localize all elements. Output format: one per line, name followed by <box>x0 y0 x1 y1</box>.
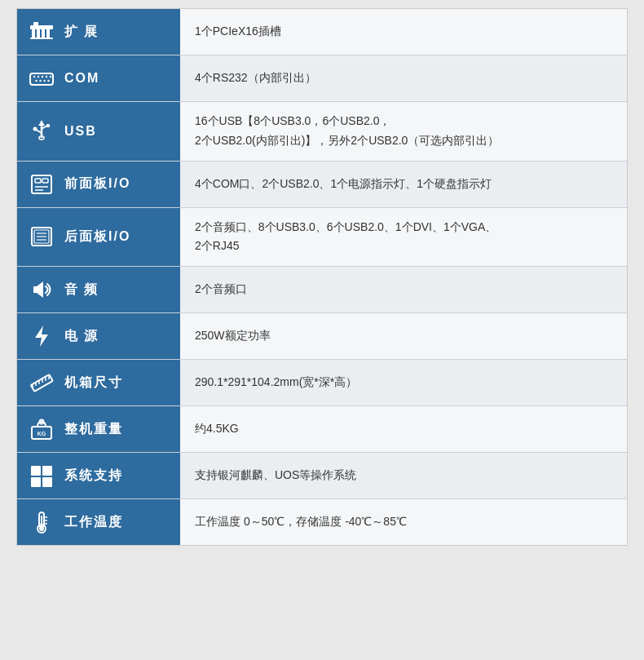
row-os: 系统支持 支持银河麒麟、UOS等操作系统 <box>17 453 627 499</box>
value-cell-usb: 16个USB【8个USB3.0，6个USB2.0， 2个USB2.0(内部引出)… <box>180 102 627 161</box>
row-power: 电 源 250W额定功率 <box>17 313 627 360</box>
svg-point-10 <box>42 76 43 78</box>
label-cell-rear-io: 后面板I/O <box>17 208 180 267</box>
svg-marker-17 <box>38 121 45 126</box>
svg-rect-25 <box>42 179 48 183</box>
value-cell-power: 250W额定功率 <box>180 313 627 359</box>
svg-point-16 <box>47 80 49 82</box>
svg-rect-3 <box>42 29 45 38</box>
value-cell-front-io: 4个COM口、2个USB2.0、1个电源指示灯、1个硬盘指示灯 <box>180 162 627 207</box>
label-cell-dimensions: 机箱尺寸 <box>17 360 180 405</box>
label-cell-weight: KG 整机重量 <box>17 406 180 452</box>
svg-point-8 <box>33 76 35 78</box>
value-cell-os: 支持银河麒麟、UOS等操作系统 <box>180 453 627 498</box>
audio-icon <box>27 277 56 303</box>
svg-rect-0 <box>30 25 53 29</box>
svg-rect-46 <box>42 466 52 476</box>
power-icon <box>27 323 56 349</box>
row-audio: 音 频 2个音频口 <box>17 267 627 313</box>
temperature-icon <box>27 509 56 535</box>
dimensions-icon <box>27 370 56 396</box>
label-cell-com: COM <box>17 55 180 101</box>
svg-rect-45 <box>31 466 41 476</box>
svg-point-13 <box>35 80 37 82</box>
label-text-audio: 音 频 <box>64 281 99 299</box>
svg-rect-4 <box>46 29 50 38</box>
front-io-icon <box>27 171 56 197</box>
row-weight: KG 整机重量 约4.5KG <box>17 406 627 453</box>
svg-marker-33 <box>33 281 43 298</box>
row-dimensions: 机箱尺寸 290.1*291*104.2mm(宽*深*高） <box>17 360 627 406</box>
row-com: COM 4个RS232（内部引出） <box>17 55 627 102</box>
row-expansion: 扩 展 1个PCIeX16插槽 <box>17 9 627 55</box>
com-icon <box>27 65 56 91</box>
svg-point-52 <box>39 526 44 531</box>
svg-rect-47 <box>31 477 41 487</box>
svg-point-12 <box>50 76 51 78</box>
svg-rect-2 <box>37 29 40 38</box>
value-cell-weight: 约4.5KG <box>180 406 627 452</box>
svg-rect-19 <box>46 124 50 127</box>
value-cell-audio: 2个音频口 <box>180 267 627 312</box>
label-cell-power: 电 源 <box>17 313 180 359</box>
label-text-power: 电 源 <box>64 328 99 345</box>
label-text-weight: 整机重量 <box>64 421 123 438</box>
svg-rect-51 <box>41 516 42 527</box>
label-cell-os: 系统支持 <box>17 453 180 498</box>
label-text-rear-io: 后面板I/O <box>64 228 130 246</box>
svg-point-11 <box>46 76 47 78</box>
row-usb: USB 16个USB【8个USB3.0，6个USB2.0， 2个USB2.0(内… <box>17 102 627 162</box>
svg-rect-48 <box>42 477 52 487</box>
label-text-front-io: 前面板I/O <box>64 175 130 193</box>
svg-point-14 <box>39 80 41 82</box>
specs-table: 扩 展 1个PCIeX16插槽 <box>16 8 628 546</box>
svg-rect-1 <box>32 29 35 38</box>
label-cell-front-io: 前面板I/O <box>17 162 180 207</box>
label-cell-usb: USB <box>17 102 180 161</box>
label-cell-temperature: 工作温度 <box>17 499 180 545</box>
value-cell-temperature: 工作温度 0～50℃，存储温度 -40℃～85℃ <box>180 499 627 545</box>
label-text-dimensions: 机箱尺寸 <box>64 374 123 392</box>
value-cell-com: 4个RS232（内部引出） <box>180 55 627 101</box>
rear-io-icon <box>27 224 56 250</box>
weight-icon: KG <box>27 416 56 442</box>
label-text-expansion: 扩 展 <box>64 24 99 41</box>
expansion-icon <box>27 19 56 45</box>
row-rear-io: 后面板I/O 2个音频口、8个USB3.0、6个USB2.0、1个DVI、1个V… <box>17 208 627 268</box>
usb-icon <box>27 118 56 144</box>
row-temperature: 工作温度 工作温度 0～50℃，存储温度 -40℃～85℃ <box>17 499 627 545</box>
svg-rect-24 <box>35 179 41 183</box>
svg-rect-7 <box>30 73 53 85</box>
svg-marker-34 <box>35 326 48 347</box>
value-cell-rear-io: 2个音频口、8个USB3.0、6个USB2.0、1个DVI、1个VGA、 2个R… <box>180 208 627 267</box>
label-text-com: COM <box>64 71 99 86</box>
os-icon <box>27 463 56 489</box>
label-text-usb: USB <box>64 124 97 139</box>
svg-point-15 <box>43 80 45 82</box>
label-text-os: 系统支持 <box>64 467 123 485</box>
value-cell-expansion: 1个PCIeX16插槽 <box>180 9 627 55</box>
label-cell-expansion: 扩 展 <box>17 9 180 55</box>
value-cell-dimensions: 290.1*291*104.2mm(宽*深*高） <box>180 360 627 405</box>
svg-rect-5 <box>30 38 53 39</box>
svg-point-9 <box>37 76 39 78</box>
svg-rect-6 <box>33 22 38 25</box>
label-text-temperature: 工作温度 <box>64 514 123 531</box>
row-front-io: 前面板I/O 4个COM口、2个USB2.0、1个电源指示灯、1个硬盘指示灯 <box>17 162 627 208</box>
svg-text:KG: KG <box>37 431 46 436</box>
svg-point-21 <box>33 126 37 131</box>
label-cell-audio: 音 频 <box>17 267 180 312</box>
